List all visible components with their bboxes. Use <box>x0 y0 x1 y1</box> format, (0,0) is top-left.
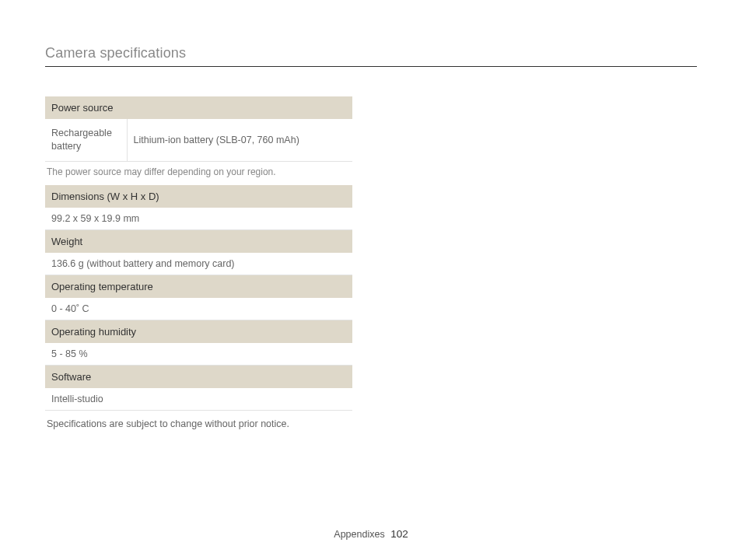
footer-section: Appendixes <box>334 529 384 540</box>
spec-value: 0 - 40˚ C <box>45 298 352 320</box>
section-header-label: Operating humidity <box>45 320 352 343</box>
page-footer: Appendixes 102 <box>0 528 742 540</box>
spec-value: 5 - 85 % <box>45 343 352 366</box>
page-title: Camera specifications <box>45 45 697 67</box>
section-header-power-source: Power source <box>45 96 352 119</box>
section-header-humidity: Operating humidity <box>45 320 352 343</box>
section-header-label: Power source <box>45 96 352 119</box>
spec-value: 99.2 x 59 x 19.9 mm <box>45 208 352 230</box>
section-header-label: Software <box>45 365 352 388</box>
specifications-footnote: Specifications are subject to change wit… <box>47 418 697 429</box>
section-header-temperature: Operating temperature <box>45 275 352 298</box>
spec-value: 136.6 g (without battery and memory card… <box>45 253 352 275</box>
spec-label: Rechargeable battery <box>45 119 127 161</box>
section-header-dimensions: Dimensions (W x H x D) <box>45 185 352 208</box>
section-header-label: Weight <box>45 229 352 253</box>
spec-row-weight: 136.6 g (without battery and memory card… <box>45 253 352 275</box>
spec-row-rechargeable-battery: Rechargeable battery Lithium-ion battery… <box>45 119 352 161</box>
power-source-note: The power source may differ depending on… <box>47 166 697 177</box>
specifications-table-cont: Dimensions (W x H x D) 99.2 x 59 x 19.9 … <box>45 185 352 411</box>
spec-row-temperature: 0 - 40˚ C <box>45 298 352 320</box>
spec-row-dimensions: 99.2 x 59 x 19.9 mm <box>45 208 352 230</box>
section-header-weight: Weight <box>45 229 352 253</box>
spec-value: Lithium-ion battery (SLB-07, 760 mAh) <box>127 119 352 161</box>
section-header-software: Software <box>45 365 352 388</box>
footer-page-number: 102 <box>390 528 408 540</box>
spec-value: Intelli-studio <box>45 388 352 411</box>
specifications-table: Power source Rechargeable battery Lithiu… <box>45 96 352 162</box>
section-header-label: Dimensions (W x H x D) <box>45 185 352 208</box>
spec-row-humidity: 5 - 85 % <box>45 343 352 366</box>
spec-row-software: Intelli-studio <box>45 388 352 411</box>
section-header-label: Operating temperature <box>45 275 352 298</box>
